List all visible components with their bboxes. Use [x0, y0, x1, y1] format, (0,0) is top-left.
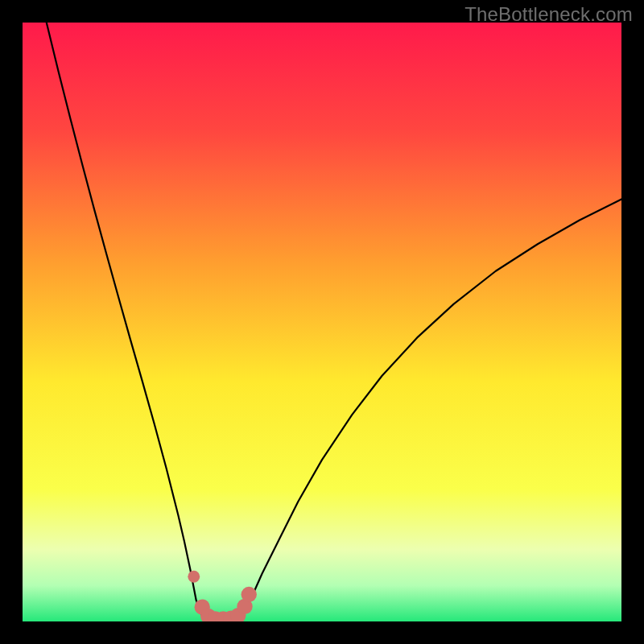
marker-dot-8	[242, 587, 257, 602]
chart-svg	[23, 23, 621, 621]
chart-background	[23, 23, 621, 621]
chart-frame: TheBottleneck.com	[0, 0, 644, 644]
marker-dot-0	[188, 571, 200, 583]
plot-area	[23, 23, 621, 621]
watermark-text: TheBottleneck.com	[464, 3, 633, 26]
